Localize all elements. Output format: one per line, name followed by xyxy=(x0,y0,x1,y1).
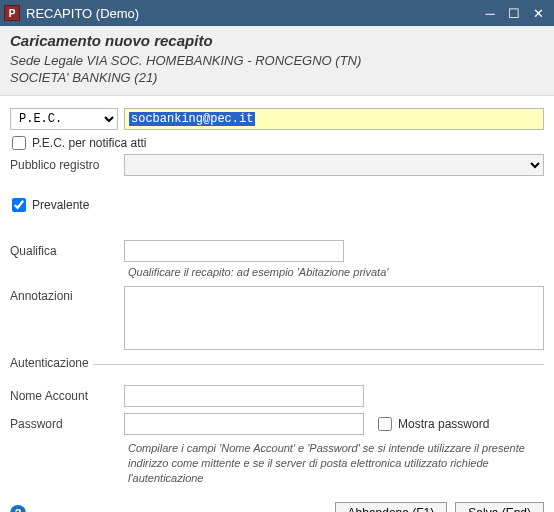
qualifica-input[interactable] xyxy=(124,240,344,262)
annotazioni-label: Annotazioni xyxy=(10,286,118,303)
footer-buttons-row: ? Abbandona (F1) Salva (End) xyxy=(0,490,554,512)
password-input[interactable] xyxy=(124,413,364,435)
header: Caricamento nuovo recapito Sede Legale V… xyxy=(0,26,554,96)
autenticazione-group: Autenticazione xyxy=(10,364,544,379)
auth-hint: Compilare i campi 'Nome Account' e 'Pass… xyxy=(128,441,544,486)
pec-address-input[interactable]: socbanking@pec.it xyxy=(124,108,544,130)
help-icon[interactable]: ? xyxy=(10,505,26,512)
pec-notifica-checkbox[interactable] xyxy=(12,136,26,150)
abbandona-button[interactable]: Abbandona (F1) xyxy=(335,502,448,512)
close-button[interactable]: ✕ xyxy=(526,3,550,23)
password-label: Password xyxy=(10,417,118,431)
header-line-1: Sede Legale VIA SOC. HOMEBANKING - RONCE… xyxy=(10,53,544,68)
autenticazione-label: Autenticazione xyxy=(10,356,93,370)
app-icon: P xyxy=(4,5,20,21)
recapito-type-select[interactable]: P.E.C. xyxy=(10,108,118,130)
nome-account-label: Nome Account xyxy=(10,389,118,403)
qualifica-hint: Qualificare il recapito: ad esempio 'Abi… xyxy=(128,266,544,278)
form-body: P.E.C. socbanking@pec.it P.E.C. per noti… xyxy=(0,96,554,490)
salva-button[interactable]: Salva (End) xyxy=(455,502,544,512)
mostra-password-checkbox[interactable] xyxy=(378,417,392,431)
nome-account-input[interactable] xyxy=(124,385,364,407)
prevalente-checkbox[interactable] xyxy=(12,198,26,212)
page-title: Caricamento nuovo recapito xyxy=(10,32,544,49)
pec-notifica-label: P.E.C. per notifica atti xyxy=(32,136,147,150)
prevalente-label: Prevalente xyxy=(32,198,89,212)
annotazioni-textarea[interactable] xyxy=(124,286,544,350)
header-line-2: SOCIETA' BANKING (21) xyxy=(10,70,544,85)
pubblico-registro-label: Pubblico registro xyxy=(10,158,118,172)
mostra-password-label: Mostra password xyxy=(398,417,489,431)
minimize-button[interactable]: ─ xyxy=(478,3,502,23)
qualifica-label: Qualifica xyxy=(10,244,118,258)
pubblico-registro-select[interactable] xyxy=(124,154,544,176)
maximize-button[interactable]: ☐ xyxy=(502,3,526,23)
window-title: RECAPITO (Demo) xyxy=(26,6,478,21)
window-titlebar: P RECAPITO (Demo) ─ ☐ ✕ xyxy=(0,0,554,26)
